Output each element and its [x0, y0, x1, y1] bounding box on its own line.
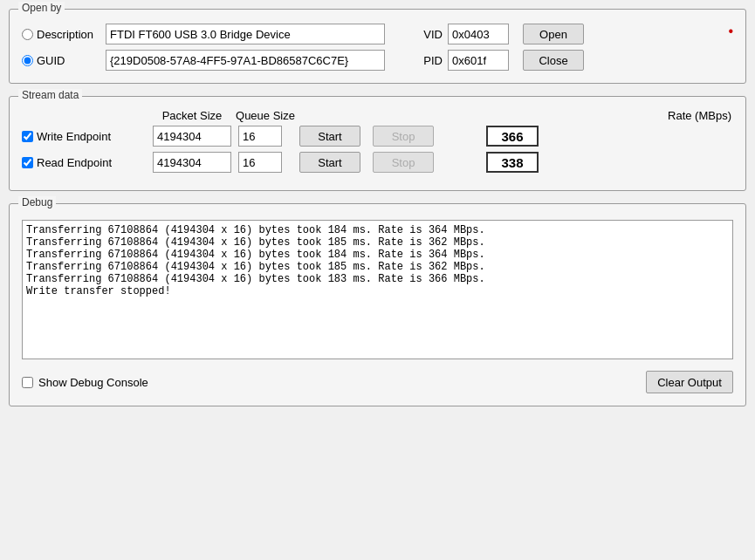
guid-label: GUID [37, 54, 65, 67]
clear-output-button[interactable]: Clear Output [646, 371, 733, 393]
vid-input[interactable] [448, 24, 509, 44]
pid-label: PID [416, 54, 443, 67]
open-by-content: Description VID Open GUID PID Close [22, 24, 733, 71]
guid-input[interactable] [106, 50, 385, 71]
show-debug-text: Show Debug Console [38, 376, 148, 389]
write-endpoint-text: Write Endpoint [37, 130, 111, 143]
write-packet-input[interactable] [153, 126, 231, 147]
rate-header: Rate (MBps) [463, 109, 733, 122]
debug-footer: Show Debug Console Clear Output [22, 371, 733, 393]
read-start-button[interactable]: Start [299, 152, 360, 173]
dot-indicator: • [728, 24, 733, 39]
debug-textarea[interactable] [22, 220, 733, 359]
open-by-legend: Open by [18, 2, 65, 14]
guid-radio-label[interactable]: GUID [22, 54, 100, 67]
debug-group: Debug Show Debug Console Clear Output [9, 203, 746, 406]
write-stop-button[interactable]: Stop [373, 126, 434, 147]
pid-input[interactable] [448, 50, 509, 71]
description-row: Description VID Open [22, 24, 733, 44]
description-input[interactable] [106, 24, 385, 44]
open-by-group: Open by Description VID Open GUID PID Cl… [9, 9, 746, 84]
read-endpoint-row: Read Endpoint Start Stop 338 [22, 152, 733, 173]
write-start-button[interactable]: Start [299, 126, 360, 147]
guid-radio[interactable] [22, 55, 33, 66]
guid-row: GUID PID Close [22, 50, 733, 71]
read-stop-button[interactable]: Stop [373, 152, 434, 173]
vid-label: VID [416, 28, 443, 41]
stream-headers-row: Packet Size Queue Size Rate (MBps) [22, 109, 733, 122]
stream-data-group: Stream data Packet Size Queue Size Rate … [9, 96, 746, 191]
packet-size-header: Packet Size [153, 109, 231, 122]
open-button[interactable]: Open [523, 24, 584, 44]
read-queue-input[interactable] [238, 152, 282, 173]
read-endpoint-text: Read Endpoint [37, 156, 112, 169]
description-radio[interactable] [22, 29, 33, 40]
close-button[interactable]: Close [523, 50, 584, 71]
read-endpoint-checkbox[interactable] [22, 157, 33, 168]
write-endpoint-row: Write Endpoint Start Stop 366 [22, 126, 733, 147]
show-debug-checkbox[interactable] [22, 377, 33, 388]
read-packet-input[interactable] [153, 152, 231, 173]
queue-size-header: Queue Size [231, 109, 299, 122]
description-label: Description [37, 28, 93, 41]
read-endpoint-label[interactable]: Read Endpoint [22, 156, 153, 169]
read-rate-display: 338 [486, 152, 539, 173]
debug-legend: Debug [18, 196, 56, 208]
write-queue-input[interactable] [238, 126, 282, 147]
description-radio-label[interactable]: Description [22, 28, 100, 41]
show-debug-label[interactable]: Show Debug Console [22, 376, 148, 389]
stream-data-legend: Stream data [18, 89, 82, 101]
write-endpoint-checkbox[interactable] [22, 131, 33, 142]
write-rate-display: 366 [486, 126, 539, 147]
write-endpoint-label[interactable]: Write Endpoint [22, 130, 153, 143]
